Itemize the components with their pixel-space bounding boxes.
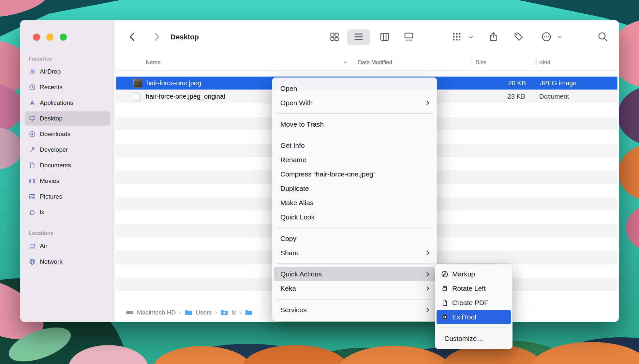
- screen: Favorites AirDrop Recents A Applications…: [0, 0, 639, 364]
- submenu-item-label: ExifTool: [452, 313, 476, 321]
- menu-item-services[interactable]: Services: [274, 303, 435, 317]
- chevron-left-icon: [127, 31, 138, 42]
- menu-item-label: Rename: [280, 156, 306, 164]
- menu-item-make-alias[interactable]: Make Alias: [274, 196, 435, 210]
- submenu-chevron-icon: [424, 285, 431, 292]
- sidebar-item-applications[interactable]: A Applications: [25, 96, 110, 110]
- column-divider[interactable]: [536, 58, 537, 67]
- sidebar-item-network[interactable]: Network: [25, 255, 110, 269]
- icon-view-button[interactable]: [329, 31, 340, 43]
- menu-item-share[interactable]: Share: [274, 246, 435, 260]
- menu-item-compress[interactable]: Compress “hair-force-one.jpeg”: [274, 167, 435, 181]
- column-divider[interactable]: [471, 58, 471, 67]
- sidebar-section-favorites: Favorites: [25, 56, 110, 64]
- menu-separator: [277, 113, 432, 114]
- sort-indicator[interactable]: [343, 54, 348, 70]
- submenu-item-markup[interactable]: Markup: [437, 267, 511, 281]
- zoom-button[interactable]: [60, 34, 67, 41]
- group-chevron[interactable]: [468, 35, 474, 40]
- tags-button[interactable]: [513, 31, 525, 43]
- menu-separator: [277, 263, 432, 264]
- submenu-chevron-icon: [424, 307, 431, 313]
- menu-item-label: Quick Look: [280, 213, 315, 221]
- menu-item-open[interactable]: Open: [274, 81, 435, 96]
- grid-view-icon: [329, 31, 340, 42]
- hard-drive-icon: [126, 309, 134, 316]
- submenu-item-customize[interactable]: Customize…: [437, 331, 511, 346]
- pictures-icon: [29, 193, 36, 200]
- share-button[interactable]: [487, 31, 499, 43]
- sidebar-item-label: lx: [40, 209, 44, 216]
- minimize-button[interactable]: [46, 34, 53, 41]
- gallery-view-icon: [403, 31, 414, 42]
- sidebar-item-pictures[interactable]: Pictures: [25, 189, 110, 204]
- sidebar-item-desktop[interactable]: Desktop: [25, 111, 110, 126]
- list-view-button[interactable]: [353, 31, 364, 43]
- file-size: 20 KB: [474, 77, 526, 89]
- sidebar-item-documents[interactable]: Documents: [25, 158, 110, 173]
- laptop-icon: [29, 243, 36, 250]
- more-actions-chevron[interactable]: [557, 35, 562, 40]
- downloads-icon: [29, 131, 36, 138]
- column-view-icon: [379, 31, 390, 42]
- column-header-date-modified[interactable]: Date Modified: [358, 54, 392, 70]
- menu-item-duplicate[interactable]: Duplicate: [274, 181, 435, 196]
- menu-item-move-to-trash[interactable]: Move to Trash: [274, 117, 435, 132]
- gallery-view-button[interactable]: [403, 31, 415, 43]
- sidebar-item-label: Recents: [40, 84, 63, 91]
- menu-item-quick-actions[interactable]: Quick Actions: [274, 267, 435, 281]
- forward-button[interactable]: [151, 31, 162, 43]
- column-view-button[interactable]: [379, 31, 391, 43]
- search-button[interactable]: [597, 31, 609, 43]
- list-header: Name Date Modified Size Kind: [114, 54, 619, 71]
- menu-item-copy[interactable]: Copy: [274, 231, 435, 246]
- toolbar: Desktop: [114, 20, 619, 54]
- submenu-item-create-pdf[interactable]: Create PDF: [437, 296, 511, 310]
- sidebar-item-label: AirDrop: [40, 68, 61, 75]
- sidebar-item-home[interactable]: lx: [25, 205, 110, 219]
- sidebar-item-movies[interactable]: Movies: [25, 174, 110, 188]
- back-button[interactable]: [126, 31, 138, 43]
- sidebar-item-downloads[interactable]: Downloads: [25, 127, 110, 141]
- applications-icon: A: [29, 99, 36, 106]
- menu-item-label: Open: [280, 85, 297, 92]
- column-divider[interactable]: [355, 58, 355, 67]
- sidebar-item-label: Desktop: [40, 115, 63, 122]
- menu-item-quick-look[interactable]: Quick Look: [274, 210, 435, 224]
- chevron-up-icon: [343, 60, 348, 65]
- close-button[interactable]: [33, 34, 40, 41]
- submenu-item-label: Customize…: [444, 335, 483, 343]
- submenu-chevron-icon: [424, 100, 431, 106]
- menu-item-label: Make Alias: [280, 199, 314, 207]
- desktop-icon: [29, 115, 36, 122]
- submenu-item-label: Create PDF: [452, 299, 488, 307]
- file-name: hair-force-one.jpeg: [146, 77, 201, 89]
- file-name: hair-force-one.jpeg_original: [146, 90, 225, 103]
- sidebar-item-recents[interactable]: Recents: [25, 80, 110, 94]
- menu-item-rename[interactable]: Rename: [274, 153, 435, 167]
- menu-item-label: Duplicate: [280, 185, 309, 192]
- path-item-home[interactable]: lx: [231, 309, 236, 316]
- sidebar-item-air[interactable]: Air: [25, 239, 110, 253]
- list-view-icon: [353, 31, 364, 42]
- sidebar-item-label: Movies: [40, 177, 59, 185]
- menu-item-label: Move to Trash: [280, 120, 324, 128]
- submenu-item-exiftool[interactable]: ExifTool: [437, 310, 511, 324]
- submenu-item-rotate-left[interactable]: Rotate Left: [437, 281, 511, 296]
- file-kind: Document: [539, 90, 569, 103]
- path-item-macintosh-hd[interactable]: Macintosh HD: [137, 309, 176, 316]
- column-header-name[interactable]: Name: [146, 54, 160, 70]
- menu-item-open-with[interactable]: Open With: [274, 96, 435, 110]
- column-header-kind[interactable]: Kind: [539, 54, 550, 70]
- menu-item-get-info[interactable]: Get Info: [274, 138, 435, 153]
- path-item-users[interactable]: Users: [196, 309, 212, 316]
- document-file-icon: [133, 92, 141, 101]
- column-header-size[interactable]: Size: [476, 54, 486, 70]
- sidebar-item-developer[interactable]: Developer: [25, 143, 110, 157]
- group-button[interactable]: [451, 31, 463, 43]
- menu-item-keka[interactable]: Keka: [274, 281, 435, 296]
- chevron-right-icon: [151, 31, 162, 42]
- sidebar-item-airdrop[interactable]: AirDrop: [25, 64, 110, 79]
- sidebar-item-label: Applications: [40, 99, 73, 106]
- more-actions-button[interactable]: [541, 31, 552, 43]
